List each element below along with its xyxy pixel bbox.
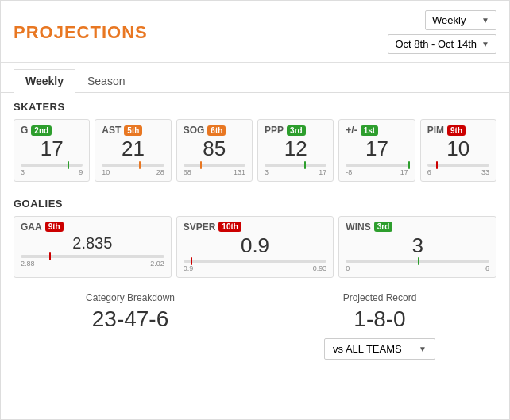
- goalies-title: GOALIES: [14, 198, 496, 210]
- range-max: 2.02: [150, 260, 164, 268]
- stat-value: 3: [346, 234, 489, 257]
- range-max: 9: [79, 168, 83, 176]
- stat-card: AST5th211028: [95, 119, 171, 182]
- rank-badge: 3rd: [374, 222, 393, 232]
- range-marker: [200, 161, 202, 169]
- stat-card: +/-1st17-817: [338, 119, 415, 182]
- range-bar: [21, 255, 164, 258]
- card-header: AST5th: [102, 125, 164, 136]
- tab-season[interactable]: Season: [75, 69, 137, 93]
- range-labels: 633: [427, 168, 489, 176]
- chevron-down-icon: ▼: [481, 40, 489, 48]
- card-header: SOG6th: [184, 125, 245, 136]
- page-title: PROJECTIONS: [14, 22, 148, 43]
- card-header: +/-1st: [346, 125, 408, 136]
- stat-label: PPP: [265, 125, 284, 136]
- range-bar: [265, 164, 326, 167]
- range-bar: [346, 164, 408, 167]
- stat-label: G: [21, 125, 28, 136]
- range-max: 6: [485, 264, 489, 272]
- stat-card: SOG6th8568131: [176, 119, 253, 182]
- category-breakdown-block: Category Breakdown 23-47-6: [14, 292, 247, 360]
- stat-card: GAA9th2.8352.882.02: [14, 216, 172, 279]
- projected-value: 1-8-0: [263, 306, 496, 332]
- range-bar: [346, 260, 489, 263]
- card-header: WINS3rd: [346, 222, 489, 233]
- range-bar: [427, 164, 489, 167]
- range-marker: [408, 161, 410, 169]
- header: PROJECTIONS Weekly ▼ Oct 8th - Oct 14th …: [1, 1, 509, 63]
- stat-value: 17: [346, 137, 408, 160]
- range-min: 2.88: [21, 260, 35, 268]
- stat-card: PPP3rd12317: [257, 119, 334, 182]
- range-labels: 06: [346, 264, 489, 272]
- stat-value: 85: [184, 137, 245, 160]
- stat-label: GAA: [21, 222, 42, 233]
- range-labels: 1028: [102, 168, 164, 176]
- range-bar: [102, 164, 164, 167]
- range-max: 131: [234, 168, 245, 176]
- bottom-section: Category Breakdown 23-47-6 Projected Rec…: [1, 286, 509, 366]
- goalies-section: GOALIES GAA9th2.8352.882.02SVPER10th0.90…: [1, 190, 509, 287]
- range-max: 28: [156, 168, 164, 176]
- range-marker: [49, 252, 51, 260]
- range-marker: [191, 257, 192, 265]
- stat-value: 12: [265, 137, 326, 160]
- card-header: PPP3rd: [265, 125, 326, 136]
- range-min: 6: [427, 168, 431, 176]
- rank-badge: 1st: [361, 125, 378, 136]
- range-labels: 317: [265, 168, 326, 176]
- rank-badge: 3rd: [287, 125, 306, 136]
- range-max: 0.93: [313, 264, 327, 272]
- stat-label: WINS: [346, 222, 370, 233]
- stat-card: PIM9th10633: [420, 119, 496, 182]
- team-select-label: vs ALL TEAMS: [333, 343, 402, 355]
- range-max: 17: [400, 168, 408, 176]
- range-min: 10: [102, 168, 110, 176]
- date-range-dropdown[interactable]: Oct 8th - Oct 14th ▼: [388, 34, 496, 54]
- stat-label: SOG: [184, 125, 205, 136]
- tabs-row: Weekly Season: [1, 63, 509, 93]
- range-min: 3: [265, 168, 269, 176]
- card-header: G2nd: [21, 125, 83, 136]
- team-select-dropdown[interactable]: vs ALL TEAMS ▼: [324, 338, 435, 360]
- stat-value: 10: [427, 137, 489, 160]
- rank-badge: 9th: [45, 222, 64, 232]
- stat-value: 0.9: [184, 234, 327, 257]
- category-value: 23-47-6: [14, 306, 247, 332]
- range-min: 3: [21, 168, 25, 176]
- stat-label: AST: [102, 125, 121, 136]
- skaters-title: SKATERS: [14, 101, 496, 113]
- rank-badge: 5th: [124, 125, 142, 136]
- goalies-cards: GAA9th2.8352.882.02SVPER10th0.90.90.93WI…: [14, 216, 496, 279]
- header-controls: Weekly ▼ Oct 8th - Oct 14th ▼: [388, 10, 496, 54]
- range-min: 0.9: [184, 264, 194, 272]
- rank-badge: 6th: [207, 125, 226, 136]
- tab-weekly[interactable]: Weekly: [14, 69, 75, 93]
- range-min: -8: [346, 168, 352, 176]
- range-max: 33: [481, 168, 489, 176]
- stat-label: PIM: [427, 125, 444, 136]
- category-label: Category Breakdown: [14, 292, 247, 303]
- range-bar: [21, 164, 83, 167]
- rank-badge: 9th: [447, 125, 466, 136]
- range-min: 0: [346, 264, 350, 272]
- stat-card: SVPER10th0.90.90.93: [176, 216, 334, 279]
- range-marker: [304, 161, 306, 169]
- team-select-row: vs ALL TEAMS ▼: [263, 338, 496, 360]
- stat-label: SVPER: [184, 222, 216, 233]
- range-max: 17: [319, 168, 326, 176]
- range-labels: 2.882.02: [21, 260, 164, 268]
- rank-badge: 10th: [218, 222, 241, 232]
- range-marker: [68, 161, 69, 169]
- stat-card: G2nd1739: [14, 119, 90, 182]
- range-bar: [184, 260, 327, 263]
- card-header: GAA9th: [21, 222, 164, 233]
- weekly-dropdown[interactable]: Weekly ▼: [425, 10, 496, 30]
- range-labels: 0.90.93: [184, 264, 327, 272]
- stat-value: 21: [102, 137, 164, 160]
- range-labels: 68131: [184, 168, 245, 176]
- range-labels: 39: [21, 168, 83, 176]
- projected-record-block: Projected Record 1-8-0 vs ALL TEAMS ▼: [263, 292, 496, 360]
- range-min: 68: [184, 168, 191, 176]
